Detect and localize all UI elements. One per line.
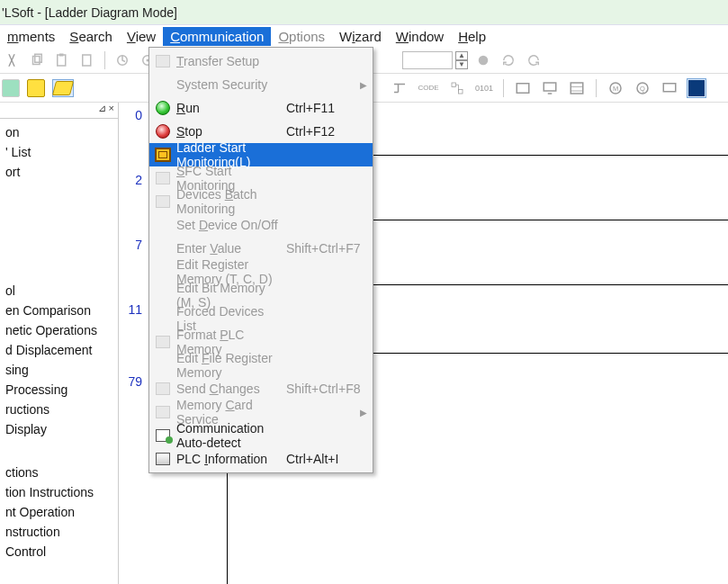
menu-item-label: System Security [176,77,286,92]
bits-icon[interactable]: 0101 [474,78,494,98]
record-icon[interactable] [473,50,493,70]
menu-item-label: Devices Batch Monitoring [176,187,286,216]
grayd-icon [156,55,170,67]
tool-a-icon[interactable] [2,79,20,97]
redo-icon[interactable] [524,50,544,70]
line-number: 2 [135,173,142,187]
grayd-icon [156,382,170,395]
sidebar-item[interactable]: nt Operation [5,502,118,522]
menu-item-shortcut: Shift+Ctrl+F8 [286,382,367,396]
separator-icon [596,79,597,97]
sidebar-item[interactable]: Display [5,419,118,439]
sidebar-item[interactable]: d Displacement [5,340,118,360]
spinner[interactable]: ▲▼ [455,51,468,69]
sidebar-item[interactable]: sing [5,360,118,380]
menu-item-transfer-setup: Transfer Setup [149,49,373,73]
combo-box[interactable] [402,51,453,69]
menu-item-shortcut: Ctrl+F12 [286,124,367,139]
monitor2-icon[interactable] [660,78,679,98]
title-bar: 'LSoft - [Ladder Diagram Mode] [0,0,728,25]
menu-item-set-device-on-off: Set Device On/Off [149,213,373,237]
menu-item-shortcut: Ctrl+Alt+I [286,452,367,466]
q-circle-icon[interactable]: Q [633,78,652,98]
menu-item-shortcut: Ctrl+F11 [286,101,367,115]
menu-communication[interactable]: Communication [163,27,271,46]
window-icon[interactable] [513,78,533,98]
stop-icon [156,124,170,139]
menu-item-run[interactable]: RunCtrl+F11 [149,96,373,120]
auto-icon [156,429,170,442]
svg-point-8 [479,55,489,65]
sidebar-item[interactable]: ' List [5,142,118,162]
svg-text:Q: Q [640,85,645,93]
grayd-icon [156,195,170,208]
sidebar-item[interactable]: nstruction [5,522,118,542]
sidebar-list: on' Listort olen Comparisonnetic Operati… [0,119,118,562]
menu-options[interactable]: Options [271,27,332,46]
menu-item-label: Enter Value [176,241,286,256]
tool-b-icon[interactable] [27,79,45,97]
svg-rect-11 [517,83,529,93]
grayd-icon [156,406,170,418]
sidebar-item[interactable]: ructions [5,400,118,419]
grayd-icon [156,336,170,348]
plc-icon [156,453,170,465]
svg-rect-1 [35,54,42,62]
paste-icon[interactable] [52,50,72,70]
run-icon [156,101,170,115]
line-number: 0 [135,108,142,122]
menu-window[interactable]: Window [389,27,451,46]
menu-view[interactable]: View [120,27,163,46]
table-icon[interactable] [567,78,587,98]
sidebar-item[interactable]: tion Instructions [5,482,118,502]
paste2-icon[interactable] [77,50,97,70]
grayd-icon [156,172,170,184]
menu-item-label: Transfer Setup [176,54,286,68]
tool-current-active[interactable] [687,78,706,98]
refresh-icon[interactable] [499,50,518,70]
copy-icon[interactable] [27,50,47,70]
menu-item-label: Communication Auto-detect [176,421,286,450]
svg-text:M: M [613,85,618,93]
svg-rect-3 [59,53,64,56]
svg-rect-13 [571,83,583,94]
branch2-icon[interactable] [447,78,467,98]
sidebar-item[interactable]: ort [5,162,118,182]
line-gutter: 0 2 7 11 79 [119,103,146,584]
svg-rect-18 [663,83,676,91]
menu-wizard[interactable]: Wizard [332,27,389,46]
compile-icon[interactable] [112,50,132,70]
lad-icon [155,148,171,162]
sidebar-item[interactable]: Control [5,542,118,562]
menu-item-shortcut: Shift+Ctrl+F7 [286,241,367,256]
menu-comments[interactable]: mmmentsments [0,27,62,46]
sidebar-item[interactable]: ctions [5,463,118,482]
communication-dropdown: Transfer SetupSystem SecurityRunCtrl+F11… [148,47,373,473]
svg-rect-10 [459,89,463,94]
title-text: 'LSoft - [Ladder Diagram Mode] [2,5,177,20]
separator-icon [104,51,105,69]
sidebar-item[interactable]: ol [5,281,118,301]
m-circle-icon[interactable]: M [606,78,625,98]
menu-item-label: Stop [176,124,286,139]
tool-highlight-active[interactable] [52,79,74,97]
menu-search[interactable]: Search [62,27,120,46]
code-icon[interactable]: CODE [417,78,440,98]
cut-icon[interactable] [2,50,22,70]
menu-item-system-security: System Security [149,73,373,96]
svg-rect-2 [58,55,66,66]
menu-item-label: PLC Information [176,452,286,466]
sidebar-header[interactable]: ⊿ × [0,103,118,119]
menu-item-label: Set Device On/Off [176,218,286,232]
menu-help[interactable]: Help [451,27,493,46]
sidebar-item[interactable]: on [5,122,118,142]
sidebar-item[interactable]: netic Operations [5,320,118,340]
separator-icon [503,79,504,97]
menu-item-communication-auto-detect[interactable]: Communication Auto-detect [149,424,373,447]
sidebar-item[interactable]: Processing [5,380,118,400]
menu-item-plc-information[interactable]: PLC InformationCtrl+Alt+I [149,447,373,471]
line-number: 11 [128,302,142,317]
sidebar-item[interactable]: en Comparison [5,301,118,320]
branch1-icon[interactable] [390,78,409,98]
screen-icon[interactable] [540,78,560,98]
